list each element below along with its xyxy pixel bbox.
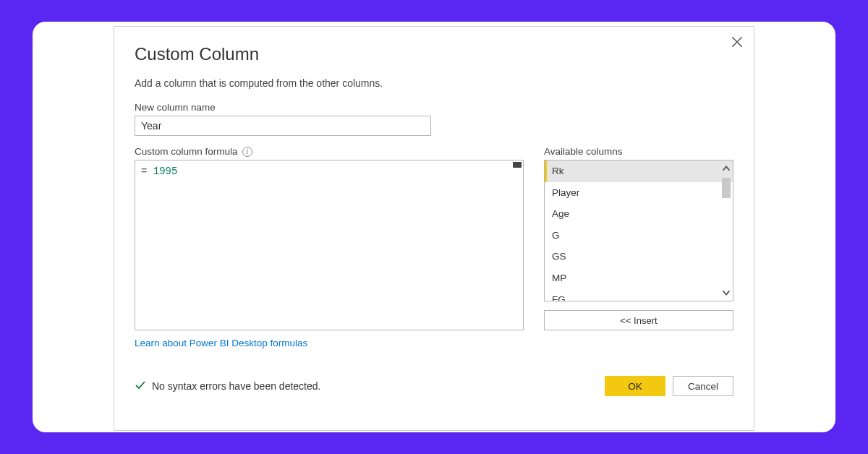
new-column-name-input[interactable] bbox=[135, 116, 431, 136]
available-columns-list: Rk Player Age G GS MP FG FGA bbox=[544, 160, 733, 301]
formula-input[interactable]: = 1995 bbox=[135, 160, 524, 330]
status-text: No syntax errors have been detected. bbox=[152, 380, 320, 392]
available-columns-label: Available columns bbox=[544, 146, 733, 157]
custom-column-dialog: Custom Column Add a column that is compu… bbox=[114, 26, 754, 431]
checkmark-icon bbox=[135, 380, 146, 393]
formula-label-text: Custom column formula bbox=[135, 146, 238, 157]
available-column-item[interactable]: Rk bbox=[545, 160, 733, 182]
formula-equals: = bbox=[141, 166, 153, 177]
available-scrollbar[interactable] bbox=[720, 160, 733, 301]
available-column-item[interactable]: FG bbox=[545, 289, 733, 301]
available-column-item[interactable]: G bbox=[545, 225, 733, 247]
info-icon[interactable]: i bbox=[242, 147, 252, 157]
available-column-item[interactable]: GS bbox=[545, 246, 733, 267]
chevron-up-icon[interactable] bbox=[721, 163, 731, 174]
ok-button[interactable]: OK bbox=[605, 376, 665, 396]
scrollbar-thumb[interactable] bbox=[722, 178, 731, 198]
cancel-button[interactable]: Cancel bbox=[673, 376, 733, 396]
dialog-subtitle: Add a column that is computed from the o… bbox=[135, 77, 733, 89]
new-column-name-label: New column name bbox=[135, 102, 733, 113]
formula-label: Custom column formula i bbox=[135, 146, 524, 157]
available-column-item[interactable]: Age bbox=[545, 203, 733, 225]
outer-card: Custom Column Add a column that is compu… bbox=[33, 22, 835, 432]
status-message: No syntax errors have been detected. bbox=[135, 380, 320, 393]
formula-value: 1995 bbox=[153, 166, 178, 177]
insert-button[interactable]: << Insert bbox=[544, 310, 733, 330]
formula-scrollbar-thumb[interactable] bbox=[513, 162, 522, 168]
available-column-item[interactable]: Player bbox=[545, 182, 733, 204]
dialog-title: Custom Column bbox=[135, 44, 733, 64]
learn-formulas-link[interactable]: Learn about Power BI Desktop formulas bbox=[135, 338, 524, 348]
available-column-item[interactable]: MP bbox=[545, 267, 733, 289]
close-icon[interactable] bbox=[731, 35, 744, 48]
chevron-down-icon[interactable] bbox=[721, 288, 731, 298]
